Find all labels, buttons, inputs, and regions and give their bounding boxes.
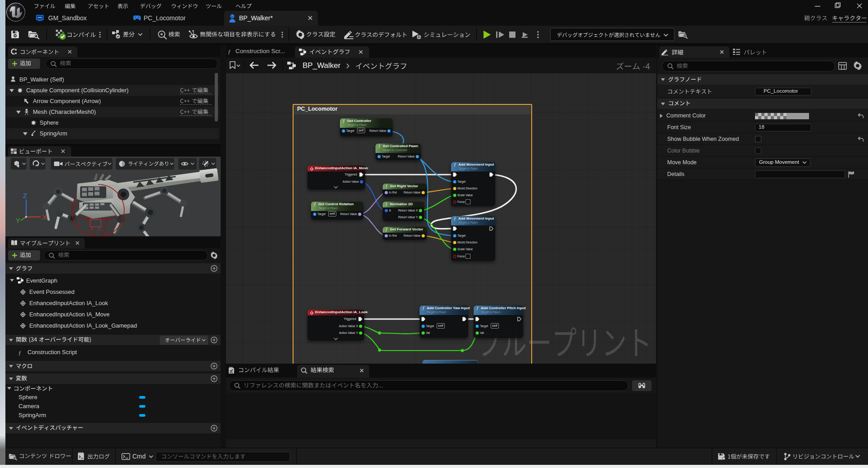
svg-text:ƒ: ƒ: [228, 48, 231, 54]
svg-text:ƒ: ƒ: [18, 350, 21, 356]
svg-text:Y: Y: [16, 216, 20, 224]
svg-text:Z: Z: [23, 192, 27, 199]
svg-text:X: X: [42, 213, 47, 221]
